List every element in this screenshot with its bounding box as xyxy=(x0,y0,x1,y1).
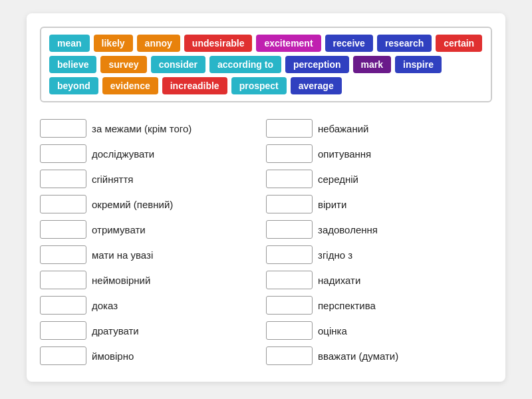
match-input-l4[interactable] xyxy=(40,195,86,213)
word-chip-perception[interactable]: perception xyxy=(285,56,349,73)
word-chip-mark[interactable]: mark xyxy=(353,56,391,73)
match-input-l1[interactable] xyxy=(40,119,86,138)
match-label-l9: дратувати xyxy=(92,325,139,336)
match-row: доказ xyxy=(40,293,266,318)
match-label-r6: згідно з xyxy=(318,249,352,261)
match-row: отримувати xyxy=(40,217,266,242)
match-label-l8: доказ xyxy=(92,300,118,311)
word-chip-research[interactable]: research xyxy=(377,35,432,52)
match-input-r6[interactable] xyxy=(266,245,313,264)
word-chip-inspire[interactable]: inspire xyxy=(395,56,442,73)
match-label-l10: ймовірно xyxy=(92,350,134,362)
match-input-r8[interactable] xyxy=(266,296,313,315)
match-input-r5[interactable] xyxy=(266,220,313,239)
match-label-l7: неймовірний xyxy=(92,275,150,286)
match-row: досліджувати xyxy=(40,141,266,166)
match-label-r7: надихати xyxy=(318,275,360,286)
match-label-l3: сriйняття xyxy=(92,174,133,185)
match-label-r5: задоволення xyxy=(318,224,378,235)
match-row: середній xyxy=(266,166,492,192)
match-input-r3[interactable] xyxy=(266,170,313,188)
word-chip-beyond[interactable]: beyond xyxy=(49,77,98,94)
match-label-l5: отримувати xyxy=(92,224,146,235)
match-row: згідно з xyxy=(266,242,492,267)
match-label-r4: вірити xyxy=(318,199,346,210)
match-row: вірити xyxy=(266,192,492,217)
match-label-r10: вважати (думати) xyxy=(318,350,398,362)
match-label-r8: перспектива xyxy=(318,300,376,311)
match-row: вважати (думати) xyxy=(266,343,492,368)
match-row: окремий (певний) xyxy=(40,192,266,217)
match-input-l6[interactable] xyxy=(40,245,86,264)
left-column: за межами (крім того)досліджуватисriйнят… xyxy=(40,116,266,368)
match-input-r7[interactable] xyxy=(266,271,313,289)
match-input-r4[interactable] xyxy=(266,195,313,213)
match-input-r9[interactable] xyxy=(266,321,313,340)
word-chip-consider[interactable]: consider xyxy=(151,56,205,73)
word-chip-undesirable[interactable]: undesirable xyxy=(184,35,253,52)
match-row: неймовірний xyxy=(40,267,266,293)
word-chip-certain[interactable]: certain xyxy=(436,35,482,52)
match-label-l4: окремий (певний) xyxy=(92,199,173,210)
match-row: мати на увазі xyxy=(40,242,266,267)
word-chip-prospect[interactable]: prospect xyxy=(231,77,287,94)
word-chip-annoy[interactable]: annoy xyxy=(137,35,180,52)
match-input-l9[interactable] xyxy=(40,321,86,340)
main-container: meanlikelyannoyundesirableexcitementrece… xyxy=(27,13,505,382)
word-chip-average[interactable]: average xyxy=(291,77,342,94)
match-label-r3: середній xyxy=(318,174,358,185)
match-input-l5[interactable] xyxy=(40,220,86,239)
match-input-l10[interactable] xyxy=(40,346,86,365)
right-column: небажанийопитуваннясереднійвіритизадовол… xyxy=(266,116,492,368)
match-row: надихати xyxy=(266,267,492,293)
word-chip-receive[interactable]: receive xyxy=(325,35,373,52)
match-row: опитування xyxy=(266,141,492,166)
word-chip-mean[interactable]: mean xyxy=(49,35,90,52)
match-input-l8[interactable] xyxy=(40,296,86,315)
word-chip-excitement[interactable]: excitement xyxy=(256,35,321,52)
match-row: сriйняття xyxy=(40,166,266,192)
match-label-r2: опитування xyxy=(318,148,371,160)
match-label-l2: досліджувати xyxy=(92,148,154,160)
word-chip-increadible[interactable]: increadible xyxy=(162,77,227,94)
match-label-r1: небажаний xyxy=(318,123,368,134)
match-row: за межами (крім того) xyxy=(40,116,266,141)
word-chip-survey[interactable]: survey xyxy=(100,56,146,73)
match-input-l3[interactable] xyxy=(40,170,86,188)
word-chip-evidence[interactable]: evidence xyxy=(102,77,158,94)
word-chip-likely[interactable]: likely xyxy=(94,35,133,52)
match-input-r2[interactable] xyxy=(266,144,313,163)
word-chip-according_to[interactable]: according to xyxy=(209,56,281,73)
match-label-l6: мати на увазі xyxy=(92,249,153,261)
match-row: оцінка xyxy=(266,318,492,343)
match-input-l7[interactable] xyxy=(40,271,86,289)
match-row: перспектива xyxy=(266,293,492,318)
match-label-l1: за межами (крім того) xyxy=(92,123,192,134)
match-row: ймовірно xyxy=(40,343,266,368)
word-bank: meanlikelyannoyundesirableexcitementrece… xyxy=(40,27,492,102)
match-row: дратувати xyxy=(40,318,266,343)
matching-area: за межами (крім того)досліджуватисriйнят… xyxy=(40,116,492,368)
match-row: небажаний xyxy=(266,116,492,141)
match-label-r9: оцінка xyxy=(318,325,347,336)
match-input-l2[interactable] xyxy=(40,144,86,163)
word-chip-believe[interactable]: believe xyxy=(49,56,96,73)
match-input-r1[interactable] xyxy=(266,119,313,138)
match-input-r10[interactable] xyxy=(266,346,313,365)
match-row: задоволення xyxy=(266,217,492,242)
